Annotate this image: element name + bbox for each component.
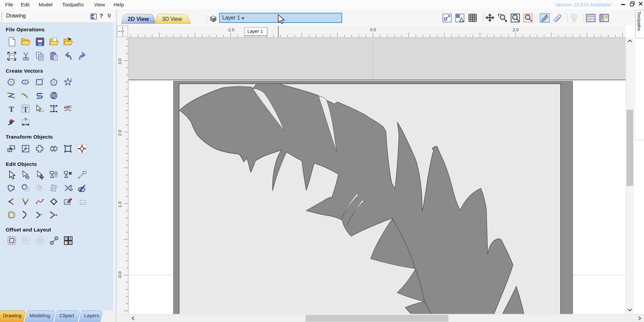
svg-text:1.0: 1.0 xyxy=(117,202,122,208)
svg-text:-0.0: -0.0 xyxy=(117,272,122,279)
svg-text:T: T xyxy=(9,105,14,113)
svg-text:ABC: ABC xyxy=(64,104,72,109)
svg-text:T: T xyxy=(23,105,28,113)
svg-text:2.0: 2.0 xyxy=(117,130,122,136)
svg-text:?: ? xyxy=(24,117,27,122)
svg-text:2.0: 2.0 xyxy=(513,27,519,32)
svg-text:2D View: 2D View xyxy=(128,16,149,22)
svg-text:3.0: 3.0 xyxy=(117,59,122,65)
svg-text:AB: AB xyxy=(40,109,44,113)
svg-text:-2.0: -2.0 xyxy=(227,27,234,32)
svg-text:3D View: 3D View xyxy=(162,16,182,22)
svg-text:0.0: 0.0 xyxy=(370,27,376,32)
